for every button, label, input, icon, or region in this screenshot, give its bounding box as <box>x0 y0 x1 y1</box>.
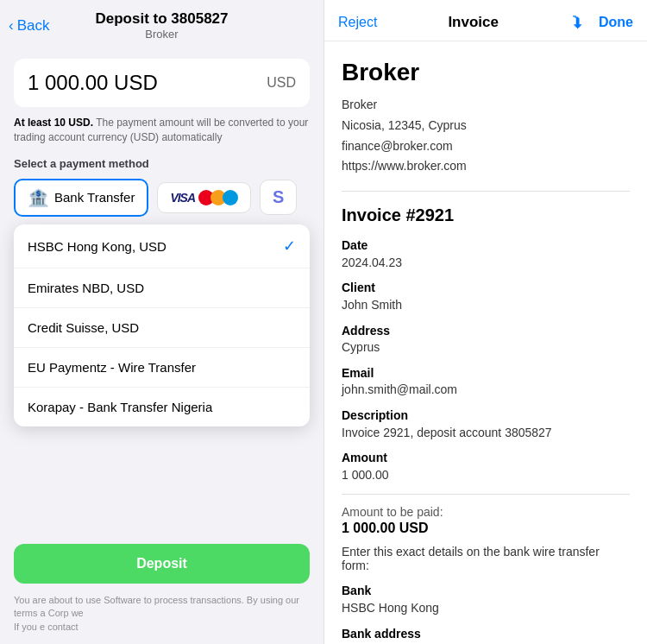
invoice-divider-2 <box>342 494 630 495</box>
amount-value: 1 000.00 USD <box>28 71 158 95</box>
dropdown-item-0[interactable]: HSBC Hong Kong, USD ✓ <box>14 224 310 268</box>
stripe-label: S <box>273 187 284 207</box>
email-label: Email <box>342 365 630 382</box>
dropdown-item-label-2: Credit Suisse, USD <box>28 320 139 335</box>
company-email: finance@broker.com <box>342 136 630 157</box>
description-value: Invoice 2921, deposit account 3805827 <box>342 425 630 442</box>
dropdown-item-3[interactable]: EU Paymentz - Wire Transfer <box>14 348 310 388</box>
hint-bold: At least 10 USD. <box>14 117 93 129</box>
dropdown-item-2[interactable]: Credit Suisse, USD <box>14 308 310 348</box>
bank-value: HSBC Hong Kong <box>342 600 630 617</box>
reject-button[interactable]: Reject <box>338 15 377 30</box>
bank-label: Bank <box>342 583 630 600</box>
invoice-amount-field: Amount 1 000.00 <box>342 450 630 483</box>
client-value: John Smith <box>342 297 630 314</box>
amount-card: 1 000.00 USD USD <box>14 59 310 107</box>
invoice-number: Invoice #2921 <box>342 205 630 225</box>
card-payment-button[interactable]: VISA <box>157 182 251 213</box>
navigation-bar: ‹ Back Deposit to 3805827 Broker <box>0 0 324 48</box>
disclaimer-text2: If you e contact <box>14 621 310 634</box>
invoice-email-field: Email john.smith@mail.com <box>342 365 630 399</box>
invoice-company-details: Broker Nicosia, 12345, Cyprus finance@br… <box>342 95 630 177</box>
checkmark-icon-0: ✓ <box>283 237 296 256</box>
wire-instruction: Enter this exact details on the bank wir… <box>342 545 630 572</box>
amount-value: 1 000.00 <box>342 467 630 484</box>
done-button[interactable]: Done <box>599 15 633 30</box>
share-icon[interactable]: ⮯ <box>569 12 587 32</box>
dropdown-item-label-3: EU Paymentz - Wire Transfer <box>28 360 196 375</box>
deposit-button[interactable]: Deposit <box>14 544 310 584</box>
email-value: john.smith@mail.com <box>342 382 630 399</box>
invoice-content: Broker Broker Nicosia, 12345, Cyprus fin… <box>324 41 647 644</box>
payment-methods: 🏦 Bank Transfer VISA S <box>14 179 310 217</box>
page-title: Deposit to 3805827 Broker <box>95 10 228 41</box>
bank-transfer-label: Bank Transfer <box>54 190 135 205</box>
disclaimer-text: You are about to use Software to process… <box>14 594 310 621</box>
right-nav-actions: ⮯ Done <box>569 12 633 32</box>
invoice-company-name: Broker <box>342 59 630 86</box>
back-label[interactable]: Back <box>17 17 50 35</box>
stripe-button[interactable]: S <box>260 180 297 215</box>
bank-address-field: Bank address 1 Queen's Road Central, Hon… <box>342 626 630 645</box>
amount-label: Amount <box>342 450 630 467</box>
bank-field: Bank HSBC Hong Kong <box>342 583 630 616</box>
back-button[interactable]: ‹ Back <box>9 17 49 35</box>
bank-icon: 🏦 <box>28 187 49 208</box>
visa-icon: VISA <box>170 191 195 205</box>
left-content: 1 000.00 USD USD At least 10 USD. The pa… <box>0 48 324 537</box>
provider-dropdown: HSBC Hong Kong, USD ✓ Emirates NBD, USD … <box>14 224 310 426</box>
mastercard-blue-icon <box>223 190 238 205</box>
dropdown-item-4[interactable]: Korapay - Bank Transfer Nigeria <box>14 388 310 426</box>
right-panel: Reject Invoice ⮯ Done Broker Broker Nico… <box>324 0 647 644</box>
dropdown-item-label-1: Emirates NBD, USD <box>28 281 144 295</box>
invoice-date-field: Date 2024.04.23 <box>342 237 630 271</box>
title-main: Deposit to 3805827 <box>95 10 228 28</box>
invoice-divider-1 <box>342 191 630 192</box>
invoice-amount-to-pay: Amount to be paid: 1 000.00 USD <box>342 505 630 536</box>
payment-method-label: Select a payment method <box>14 157 310 170</box>
date-label: Date <box>342 237 630 255</box>
left-panel: ‹ Back Deposit to 3805827 Broker 1 000.0… <box>0 0 324 644</box>
address-value: Cyprus <box>342 339 630 357</box>
dropdown-item-label-0: HSBC Hong Kong, USD <box>28 239 166 254</box>
bank-address-label: Bank address <box>342 626 630 643</box>
title-sub: Broker <box>95 28 228 41</box>
address-label: Address <box>342 323 630 340</box>
disclaimer-area: You are about to use Software to process… <box>0 590 324 644</box>
amount-to-pay-value: 1 000.00 USD <box>342 521 630 536</box>
hint-text: At least 10 USD. The payment amount will… <box>14 116 310 145</box>
bottom-area: Deposit <box>0 537 324 590</box>
right-navigation-bar: Reject Invoice ⮯ Done <box>324 0 647 41</box>
right-nav-title: Invoice <box>448 14 499 31</box>
invoice-client-field: Client John Smith <box>342 280 630 313</box>
back-chevron-icon: ‹ <box>9 17 14 35</box>
dropdown-item-1[interactable]: Emirates NBD, USD <box>14 268 310 308</box>
bank-transfer-button[interactable]: 🏦 Bank Transfer <box>14 179 148 217</box>
amount-to-pay-label: Amount to be paid: <box>342 505 630 519</box>
description-label: Description <box>342 407 630 425</box>
date-value: 2024.04.23 <box>342 255 630 272</box>
invoice-description-field: Description Invoice 2921, deposit accoun… <box>342 407 630 441</box>
currency-badge: USD <box>267 75 296 91</box>
client-label: Client <box>342 280 630 297</box>
dropdown-item-label-4: Korapay - Bank Transfer Nigeria <box>28 400 212 414</box>
company-address-line2: Nicosia, 12345, Cyprus <box>342 116 630 136</box>
invoice-address-field: Address Cyprus <box>342 323 630 357</box>
company-address-line1: Broker <box>342 95 630 116</box>
company-website: https://www.broker.com <box>342 156 630 177</box>
